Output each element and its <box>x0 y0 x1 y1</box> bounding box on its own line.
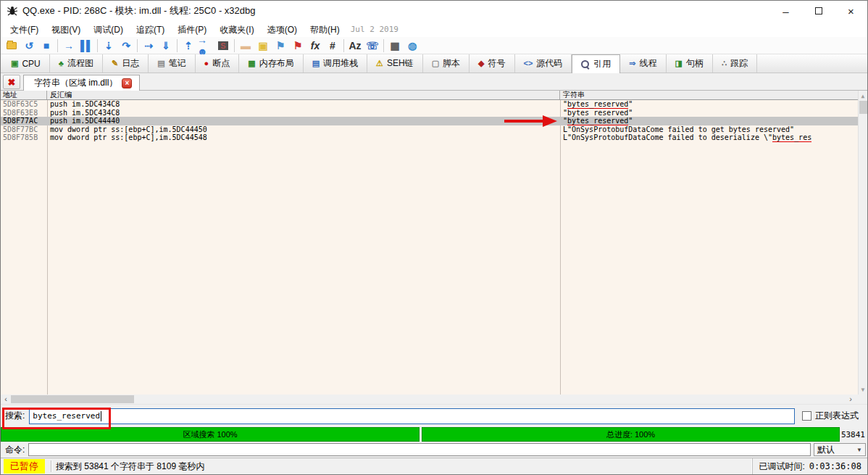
minimize-button[interactable]: – <box>769 1 802 21</box>
run-to-icon: ⇢ <box>144 40 153 51</box>
globe-icon: ◍ <box>408 40 417 51</box>
tab-breakpoint[interactable]: ●断点 <box>196 54 240 73</box>
table-row[interactable]: 5D8F63E8push im.5DC434C8"bytes_reserved" <box>1 109 867 117</box>
run-to-button[interactable]: ⇢ <box>140 38 157 54</box>
run-button[interactable]: → <box>60 38 78 54</box>
cpu-icon: ▣ <box>11 59 18 67</box>
tab-source[interactable]: <>源代码 <box>515 54 572 73</box>
hash-button[interactable]: # <box>324 38 341 54</box>
menu-item[interactable]: 选项(O) <box>261 23 304 36</box>
string-cell[interactable]: L"OnSysProtobufDataCome failed to deseri… <box>560 133 867 142</box>
globe-button[interactable]: ◍ <box>404 38 421 54</box>
table-header[interactable]: 地址 反汇编 字符串 <box>1 91 867 100</box>
open-file-icon <box>7 42 17 49</box>
tab-script[interactable]: ▢脚本 <box>423 54 470 73</box>
restart-button[interactable]: ↺ <box>20 38 38 54</box>
scroll-up-icon[interactable]: ▲ <box>859 91 867 101</box>
bookmark-button[interactable]: ⚑ <box>289 38 306 54</box>
tab-graph[interactable]: ♣流程图 <box>50 54 103 73</box>
tab-label: SEH链 <box>387 57 414 70</box>
menu-item[interactable]: 帮助(H) <box>304 23 346 36</box>
graph-icon: ♣ <box>59 59 64 67</box>
open-file-button[interactable] <box>3 38 20 54</box>
tab-threads[interactable]: ⇒线程 <box>620 54 666 73</box>
string-cell[interactable]: "bytes_reserved" <box>560 117 867 125</box>
table-row[interactable]: 5D8F785Bmov dword ptr ss:[ebp+C],im.5DC4… <box>1 133 867 142</box>
step-into-button[interactable]: ⇣ <box>100 38 117 54</box>
command-profile-dropdown[interactable]: 默认 ▼ <box>814 443 866 456</box>
menu-item[interactable]: 文件(F) <box>4 23 45 36</box>
vertical-scrollbar[interactable]: ▲ ▼ <box>858 91 867 395</box>
table-row[interactable]: 5D8F77ACpush im.5DC44440"bytes_reserved" <box>1 117 867 125</box>
tab-call-stack[interactable]: ▤调用堆栈 <box>304 54 367 73</box>
address-cell[interactable]: 5D8F77AC <box>1 117 47 125</box>
string-cell[interactable]: "bytes_reserved" <box>560 100 867 109</box>
pause-button[interactable]: ▌▌ <box>78 38 95 54</box>
comment-button[interactable]: ▣ <box>254 38 272 54</box>
step-out-button[interactable]: ⇡ <box>180 38 197 54</box>
tab-label: 流程图 <box>67 57 93 70</box>
scroll-down-icon[interactable]: ▼ <box>859 384 867 395</box>
search-input[interactable]: bytes_reserved <box>29 408 795 424</box>
vertical-scrollbar-thumb[interactable] <box>859 101 867 114</box>
tab-trace[interactable]: ∴跟踪 <box>713 54 757 73</box>
command-row: 命令: 默认 ▼ <box>1 442 867 458</box>
scroll-left-icon[interactable]: ‹ <box>1 395 11 404</box>
tab-symbols[interactable]: ◆符号 <box>470 54 514 73</box>
maximize-button[interactable] <box>802 1 835 21</box>
disassembly-cell[interactable]: mov dword ptr ss:[ebp+C],im.5DC44548 <box>47 133 560 142</box>
column-header-string[interactable]: 字符串 <box>560 91 867 99</box>
execute-till-return-button[interactable]: ⇓ <box>157 38 175 54</box>
stop-button[interactable]: ■ <box>38 38 55 54</box>
column-header-address[interactable]: 地址 <box>1 91 47 99</box>
scroll-right-icon[interactable]: › <box>846 395 856 404</box>
text-case-button[interactable]: Az <box>346 38 364 54</box>
function-button[interactable]: fx <box>306 38 324 54</box>
address-cell[interactable]: 5D8F63E8 <box>1 109 47 117</box>
step-over-button[interactable]: ↷ <box>117 38 135 54</box>
command-input[interactable] <box>28 443 811 456</box>
label-button[interactable]: ⚑ <box>272 38 289 54</box>
title-bar[interactable]: QQ.exe - PID: 268C - 模块: im.dll - 线程: 25… <box>1 1 867 21</box>
address-cell[interactable]: 5D8F785B <box>1 133 47 142</box>
subtab-close-icon[interactable]: × <box>122 78 132 88</box>
tab-log[interactable]: ✎日志 <box>103 54 149 73</box>
column-header-disassembly[interactable]: 反汇编 <box>47 91 560 99</box>
tab-references[interactable]: 引用 <box>572 54 620 73</box>
patch-button[interactable]: ▬ <box>237 38 254 54</box>
menu-item[interactable]: 收藏夹(I) <box>213 23 260 36</box>
disassembly-cell[interactable]: mov dword ptr ss:[ebp+C],im.5DC44450 <box>47 125 560 134</box>
regex-checkbox[interactable] <box>802 411 811 421</box>
disassembly-cell[interactable]: push im.5DC44440 <box>47 117 560 125</box>
tab-notes[interactable]: ▤笔记 <box>149 54 195 73</box>
address-cell[interactable]: 5D8F77BC <box>1 125 47 134</box>
close-all-tabs-button[interactable]: ✖ <box>3 75 20 89</box>
string-cell[interactable]: "bytes_reserved" <box>560 109 867 117</box>
tab-label: 内存布局 <box>259 57 294 70</box>
menu-item[interactable]: 调试(D) <box>87 23 130 36</box>
disassembly-cell[interactable]: push im.5DC434C8 <box>47 100 560 109</box>
disassembly-cell[interactable]: push im.5DC434C8 <box>47 109 560 117</box>
hash-icon: # <box>330 40 335 51</box>
regex-option[interactable]: 正则表达式 <box>802 410 864 422</box>
calculator-button[interactable]: ▦ <box>386 38 404 54</box>
table-row[interactable]: 5D8F63C5push im.5DC434C8"bytes_reserved" <box>1 100 867 109</box>
tab-strings-region[interactable]: 字符串（区域 im.dll） × <box>23 75 140 91</box>
menu-item[interactable]: 追踪(T) <box>130 23 171 36</box>
tab-memory-map[interactable]: ▦内存布局 <box>239 54 303 73</box>
device-button[interactable]: ☏ <box>364 38 381 54</box>
address-cell[interactable]: 5D8F63C5 <box>1 100 47 109</box>
scyllahide-button[interactable]: S <box>214 38 232 54</box>
close-button[interactable]: × <box>835 1 867 21</box>
toolbar-separator <box>97 39 98 52</box>
toolbar-separator <box>177 39 178 52</box>
tab-cpu[interactable]: ▣CPU <box>2 54 50 73</box>
tab-seh-chain[interactable]: ⚠SEH链 <box>367 54 423 73</box>
horizontal-scrollbar-thumb[interactable] <box>11 395 134 403</box>
horizontal-scrollbar[interactable]: ‹ › <box>1 395 867 404</box>
tab-handles[interactable]: ◨句柄 <box>667 54 713 73</box>
table-row[interactable]: 5D8F77BCmov dword ptr ss:[ebp+C],im.5DC4… <box>1 125 867 134</box>
menu-item[interactable]: 视图(V) <box>45 23 87 36</box>
string-cell[interactable]: L"OnSysProtobufDataCome failed to get by… <box>560 125 867 134</box>
run-to-user-code-button[interactable]: →☻ <box>197 38 214 54</box>
